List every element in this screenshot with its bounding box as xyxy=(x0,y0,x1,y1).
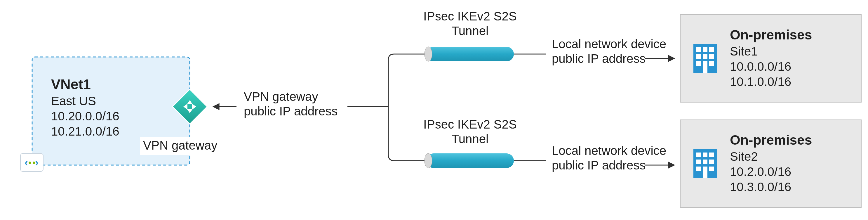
vnet-cidr1: 10.20.0.0/16 xyxy=(51,109,119,123)
site1-name: Site1 xyxy=(730,45,758,58)
svg-rect-25 xyxy=(703,167,707,178)
svg-rect-11 xyxy=(703,54,707,59)
local2-line1: Local network device xyxy=(552,144,666,158)
svg-rect-0 xyxy=(21,154,43,171)
vpn-gateway-label: VPN gateway xyxy=(143,138,217,152)
site2-title: On-premises xyxy=(730,132,812,147)
site1-cidr2: 10.1.0.0/16 xyxy=(730,75,791,88)
vnet-title: VNet1 xyxy=(51,77,91,92)
svg-rect-21 xyxy=(703,160,707,164)
svg-rect-24 xyxy=(709,167,714,171)
tunnel1-pipe xyxy=(426,47,514,61)
site2-cidr2: 10.3.0.0/16 xyxy=(730,180,791,194)
svg-rect-12 xyxy=(709,54,714,59)
svg-rect-8 xyxy=(703,47,707,52)
tunnel2-pipe xyxy=(426,154,514,168)
svg-rect-18 xyxy=(703,153,707,157)
vnet-icon: ‹ › xyxy=(21,154,43,171)
svg-rect-9 xyxy=(709,47,714,52)
svg-rect-20 xyxy=(696,160,701,164)
tunnel1-line1: IPsec IKEv2 S2S xyxy=(423,9,517,23)
building-icon-site2 xyxy=(693,149,717,178)
svg-rect-10 xyxy=(696,54,701,59)
site1-cidr1: 10.0.0.0/16 xyxy=(730,60,791,73)
svg-text:›: › xyxy=(35,157,38,169)
svg-text:‹: ‹ xyxy=(25,157,28,169)
svg-rect-23 xyxy=(696,167,701,171)
gateway-label-line1: VPN gateway xyxy=(244,90,318,104)
local2-line2: public IP address xyxy=(552,158,646,172)
site1-title: On-premises xyxy=(730,27,812,43)
svg-rect-7 xyxy=(696,47,701,52)
tunnel2-cap xyxy=(425,154,432,168)
gateway-label-line2: public IP address xyxy=(244,104,338,118)
svg-rect-15 xyxy=(703,61,707,73)
svg-rect-22 xyxy=(709,160,714,164)
local1-line2: public IP address xyxy=(552,52,646,65)
split-top xyxy=(388,54,426,107)
tunnel1-cap xyxy=(425,47,432,61)
tunnel2-line2: Tunnel xyxy=(452,132,489,146)
svg-rect-19 xyxy=(709,153,714,157)
building-icon-site1 xyxy=(693,44,717,73)
svg-rect-14 xyxy=(709,61,714,66)
tunnel2-line1: IPsec IKEv2 S2S xyxy=(423,117,517,131)
svg-rect-17 xyxy=(696,153,701,157)
split-bottom xyxy=(388,107,426,161)
svg-rect-13 xyxy=(696,61,701,66)
vnet-cidr2: 10.21.0.0/16 xyxy=(51,125,119,138)
vnet-region: East US xyxy=(51,94,96,108)
local1-line1: Local network device xyxy=(552,37,666,51)
svg-point-3 xyxy=(33,162,35,164)
svg-point-2 xyxy=(29,162,31,164)
site2-cidr1: 10.2.0.0/16 xyxy=(730,165,791,178)
tunnel1-line2: Tunnel xyxy=(452,24,489,38)
site2-name: Site2 xyxy=(730,149,758,163)
